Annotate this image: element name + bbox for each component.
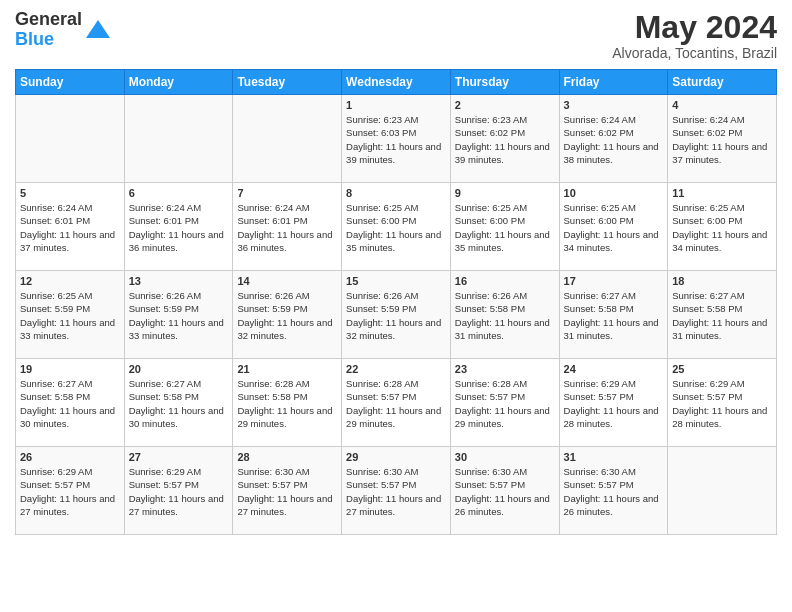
week-row-5: 26Sunrise: 6:29 AMSunset: 5:57 PMDayligh… bbox=[16, 447, 777, 535]
calendar-cell: 5Sunrise: 6:24 AMSunset: 6:01 PMDaylight… bbox=[16, 183, 125, 271]
day-info: Sunrise: 6:25 AMSunset: 5:59 PMDaylight:… bbox=[20, 289, 120, 342]
calendar-cell: 18Sunrise: 6:27 AMSunset: 5:58 PMDayligh… bbox=[668, 271, 777, 359]
day-number: 18 bbox=[672, 275, 772, 287]
calendar-cell: 9Sunrise: 6:25 AMSunset: 6:00 PMDaylight… bbox=[450, 183, 559, 271]
day-number: 26 bbox=[20, 451, 120, 463]
day-info: Sunrise: 6:26 AMSunset: 5:58 PMDaylight:… bbox=[455, 289, 555, 342]
day-info: Sunrise: 6:24 AMSunset: 6:01 PMDaylight:… bbox=[20, 201, 120, 254]
calendar-cell: 19Sunrise: 6:27 AMSunset: 5:58 PMDayligh… bbox=[16, 359, 125, 447]
calendar-cell: 15Sunrise: 6:26 AMSunset: 5:59 PMDayligh… bbox=[342, 271, 451, 359]
day-number: 24 bbox=[564, 363, 664, 375]
calendar-cell: 11Sunrise: 6:25 AMSunset: 6:00 PMDayligh… bbox=[668, 183, 777, 271]
calendar-cell bbox=[233, 95, 342, 183]
day-info: Sunrise: 6:23 AMSunset: 6:02 PMDaylight:… bbox=[455, 113, 555, 166]
day-number: 7 bbox=[237, 187, 337, 199]
calendar-cell: 13Sunrise: 6:26 AMSunset: 5:59 PMDayligh… bbox=[124, 271, 233, 359]
calendar-cell: 24Sunrise: 6:29 AMSunset: 5:57 PMDayligh… bbox=[559, 359, 668, 447]
day-info: Sunrise: 6:28 AMSunset: 5:58 PMDaylight:… bbox=[237, 377, 337, 430]
calendar-table: SundayMondayTuesdayWednesdayThursdayFrid… bbox=[15, 69, 777, 535]
calendar-cell bbox=[124, 95, 233, 183]
day-info: Sunrise: 6:25 AMSunset: 6:00 PMDaylight:… bbox=[455, 201, 555, 254]
calendar-cell: 10Sunrise: 6:25 AMSunset: 6:00 PMDayligh… bbox=[559, 183, 668, 271]
day-info: Sunrise: 6:24 AMSunset: 6:02 PMDaylight:… bbox=[672, 113, 772, 166]
header-cell-tuesday: Tuesday bbox=[233, 70, 342, 95]
header-cell-saturday: Saturday bbox=[668, 70, 777, 95]
header-cell-wednesday: Wednesday bbox=[342, 70, 451, 95]
day-info: Sunrise: 6:29 AMSunset: 5:57 PMDaylight:… bbox=[672, 377, 772, 430]
subtitle: Alvorada, Tocantins, Brazil bbox=[612, 45, 777, 61]
day-number: 4 bbox=[672, 99, 772, 111]
week-row-1: 1Sunrise: 6:23 AMSunset: 6:03 PMDaylight… bbox=[16, 95, 777, 183]
header-cell-friday: Friday bbox=[559, 70, 668, 95]
day-number: 22 bbox=[346, 363, 446, 375]
calendar-cell: 4Sunrise: 6:24 AMSunset: 6:02 PMDaylight… bbox=[668, 95, 777, 183]
day-info: Sunrise: 6:25 AMSunset: 6:00 PMDaylight:… bbox=[672, 201, 772, 254]
title-block: May 2024 Alvorada, Tocantins, Brazil bbox=[612, 10, 777, 61]
calendar-cell: 16Sunrise: 6:26 AMSunset: 5:58 PMDayligh… bbox=[450, 271, 559, 359]
svg-marker-0 bbox=[86, 20, 110, 38]
day-info: Sunrise: 6:26 AMSunset: 5:59 PMDaylight:… bbox=[129, 289, 229, 342]
calendar-cell bbox=[668, 447, 777, 535]
day-info: Sunrise: 6:26 AMSunset: 5:59 PMDaylight:… bbox=[346, 289, 446, 342]
logo-blue-text: Blue bbox=[15, 29, 54, 49]
logo-icon bbox=[84, 16, 112, 44]
day-number: 21 bbox=[237, 363, 337, 375]
day-info: Sunrise: 6:27 AMSunset: 5:58 PMDaylight:… bbox=[672, 289, 772, 342]
day-info: Sunrise: 6:27 AMSunset: 5:58 PMDaylight:… bbox=[564, 289, 664, 342]
week-row-4: 19Sunrise: 6:27 AMSunset: 5:58 PMDayligh… bbox=[16, 359, 777, 447]
day-number: 29 bbox=[346, 451, 446, 463]
calendar-cell: 7Sunrise: 6:24 AMSunset: 6:01 PMDaylight… bbox=[233, 183, 342, 271]
day-number: 6 bbox=[129, 187, 229, 199]
day-info: Sunrise: 6:25 AMSunset: 6:00 PMDaylight:… bbox=[346, 201, 446, 254]
day-number: 20 bbox=[129, 363, 229, 375]
day-info: Sunrise: 6:29 AMSunset: 5:57 PMDaylight:… bbox=[20, 465, 120, 518]
calendar-cell: 30Sunrise: 6:30 AMSunset: 5:57 PMDayligh… bbox=[450, 447, 559, 535]
logo: General Blue bbox=[15, 10, 112, 50]
calendar-cell bbox=[16, 95, 125, 183]
calendar-cell: 22Sunrise: 6:28 AMSunset: 5:57 PMDayligh… bbox=[342, 359, 451, 447]
calendar-cell: 26Sunrise: 6:29 AMSunset: 5:57 PMDayligh… bbox=[16, 447, 125, 535]
day-info: Sunrise: 6:29 AMSunset: 5:57 PMDaylight:… bbox=[129, 465, 229, 518]
day-info: Sunrise: 6:27 AMSunset: 5:58 PMDaylight:… bbox=[129, 377, 229, 430]
header-row: SundayMondayTuesdayWednesdayThursdayFrid… bbox=[16, 70, 777, 95]
day-info: Sunrise: 6:26 AMSunset: 5:59 PMDaylight:… bbox=[237, 289, 337, 342]
day-number: 16 bbox=[455, 275, 555, 287]
day-info: Sunrise: 6:24 AMSunset: 6:01 PMDaylight:… bbox=[129, 201, 229, 254]
month-title: May 2024 bbox=[612, 10, 777, 45]
calendar-cell: 20Sunrise: 6:27 AMSunset: 5:58 PMDayligh… bbox=[124, 359, 233, 447]
day-number: 11 bbox=[672, 187, 772, 199]
day-number: 17 bbox=[564, 275, 664, 287]
week-row-2: 5Sunrise: 6:24 AMSunset: 6:01 PMDaylight… bbox=[16, 183, 777, 271]
day-info: Sunrise: 6:25 AMSunset: 6:00 PMDaylight:… bbox=[564, 201, 664, 254]
week-row-3: 12Sunrise: 6:25 AMSunset: 5:59 PMDayligh… bbox=[16, 271, 777, 359]
day-info: Sunrise: 6:27 AMSunset: 5:58 PMDaylight:… bbox=[20, 377, 120, 430]
calendar-cell: 14Sunrise: 6:26 AMSunset: 5:59 PMDayligh… bbox=[233, 271, 342, 359]
header: General Blue May 2024 Alvorada, Tocantin… bbox=[15, 10, 777, 61]
day-number: 8 bbox=[346, 187, 446, 199]
day-number: 14 bbox=[237, 275, 337, 287]
calendar-cell: 8Sunrise: 6:25 AMSunset: 6:00 PMDaylight… bbox=[342, 183, 451, 271]
day-info: Sunrise: 6:29 AMSunset: 5:57 PMDaylight:… bbox=[564, 377, 664, 430]
header-cell-monday: Monday bbox=[124, 70, 233, 95]
day-number: 9 bbox=[455, 187, 555, 199]
calendar-cell: 1Sunrise: 6:23 AMSunset: 6:03 PMDaylight… bbox=[342, 95, 451, 183]
calendar-header: SundayMondayTuesdayWednesdayThursdayFrid… bbox=[16, 70, 777, 95]
day-info: Sunrise: 6:30 AMSunset: 5:57 PMDaylight:… bbox=[455, 465, 555, 518]
calendar-cell: 23Sunrise: 6:28 AMSunset: 5:57 PMDayligh… bbox=[450, 359, 559, 447]
day-number: 1 bbox=[346, 99, 446, 111]
calendar-cell: 21Sunrise: 6:28 AMSunset: 5:58 PMDayligh… bbox=[233, 359, 342, 447]
day-info: Sunrise: 6:24 AMSunset: 6:02 PMDaylight:… bbox=[564, 113, 664, 166]
day-number: 19 bbox=[20, 363, 120, 375]
day-info: Sunrise: 6:28 AMSunset: 5:57 PMDaylight:… bbox=[346, 377, 446, 430]
calendar-cell: 31Sunrise: 6:30 AMSunset: 5:57 PMDayligh… bbox=[559, 447, 668, 535]
calendar-cell: 25Sunrise: 6:29 AMSunset: 5:57 PMDayligh… bbox=[668, 359, 777, 447]
day-number: 31 bbox=[564, 451, 664, 463]
calendar-cell: 17Sunrise: 6:27 AMSunset: 5:58 PMDayligh… bbox=[559, 271, 668, 359]
page-container: General Blue May 2024 Alvorada, Tocantin… bbox=[0, 0, 792, 545]
day-number: 23 bbox=[455, 363, 555, 375]
day-number: 13 bbox=[129, 275, 229, 287]
calendar-cell: 29Sunrise: 6:30 AMSunset: 5:57 PMDayligh… bbox=[342, 447, 451, 535]
calendar-body: 1Sunrise: 6:23 AMSunset: 6:03 PMDaylight… bbox=[16, 95, 777, 535]
day-info: Sunrise: 6:30 AMSunset: 5:57 PMDaylight:… bbox=[237, 465, 337, 518]
day-number: 3 bbox=[564, 99, 664, 111]
